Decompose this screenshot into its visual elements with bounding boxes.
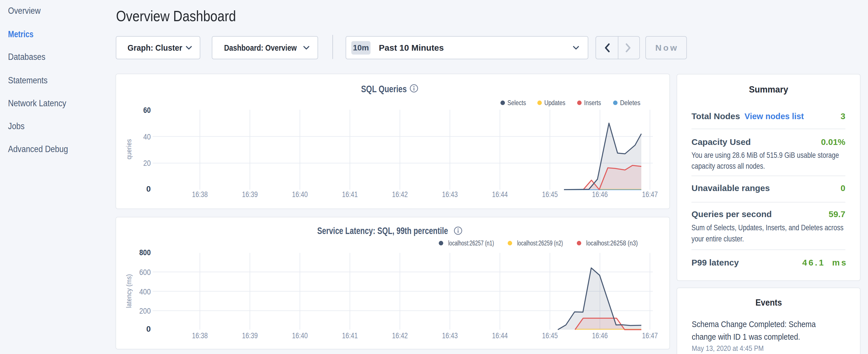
- svg-text:16:40: 16:40: [292, 190, 308, 199]
- svg-text:400: 400: [139, 288, 151, 296]
- svg-text:16:43: 16:43: [442, 331, 458, 340]
- svg-text:16:38: 16:38: [192, 190, 208, 199]
- svg-text:Updates: Updates: [544, 99, 565, 106]
- svg-text:60: 60: [143, 106, 151, 115]
- svg-text:Selects: Selects: [507, 99, 526, 106]
- svg-text:16:44: 16:44: [492, 331, 508, 340]
- svg-text:16:45: 16:45: [542, 190, 558, 199]
- svg-text:16:42: 16:42: [392, 190, 408, 199]
- svg-text:queries: queries: [125, 139, 133, 160]
- svg-text:200: 200: [139, 307, 151, 315]
- svg-text:latency (ms): latency (ms): [125, 274, 133, 308]
- svg-text:40: 40: [143, 133, 151, 141]
- svg-text:16:44: 16:44: [492, 190, 508, 199]
- svg-text:16:43: 16:43: [442, 190, 458, 199]
- svg-text:16:47: 16:47: [642, 331, 658, 340]
- svg-text:16:42: 16:42: [392, 331, 408, 340]
- svg-text:Inserts: Inserts: [584, 99, 601, 106]
- svg-text:600: 600: [139, 268, 151, 277]
- svg-text:20: 20: [143, 159, 151, 167]
- svg-text:localhost:26258 (n3): localhost:26258 (n3): [586, 239, 638, 247]
- svg-text:16:39: 16:39: [242, 331, 258, 340]
- svg-text:800: 800: [139, 248, 151, 257]
- svg-text:16:38: 16:38: [192, 331, 208, 340]
- svg-text:16:45: 16:45: [542, 331, 558, 340]
- svg-text:0: 0: [146, 324, 151, 333]
- svg-text:16:46: 16:46: [592, 190, 608, 199]
- svg-text:localhost:26257 (n1): localhost:26257 (n1): [448, 239, 494, 247]
- svg-text:16:39: 16:39: [242, 190, 258, 199]
- svg-text:Deletes: Deletes: [620, 99, 641, 106]
- svg-text:16:41: 16:41: [342, 190, 358, 199]
- svg-text:16:46: 16:46: [592, 331, 608, 340]
- svg-text:16:47: 16:47: [642, 190, 658, 199]
- svg-text:16:40: 16:40: [292, 331, 308, 340]
- svg-text:localhost:26259 (n2): localhost:26259 (n2): [517, 239, 563, 247]
- svg-text:0: 0: [146, 185, 151, 193]
- svg-text:16:41: 16:41: [342, 331, 358, 340]
